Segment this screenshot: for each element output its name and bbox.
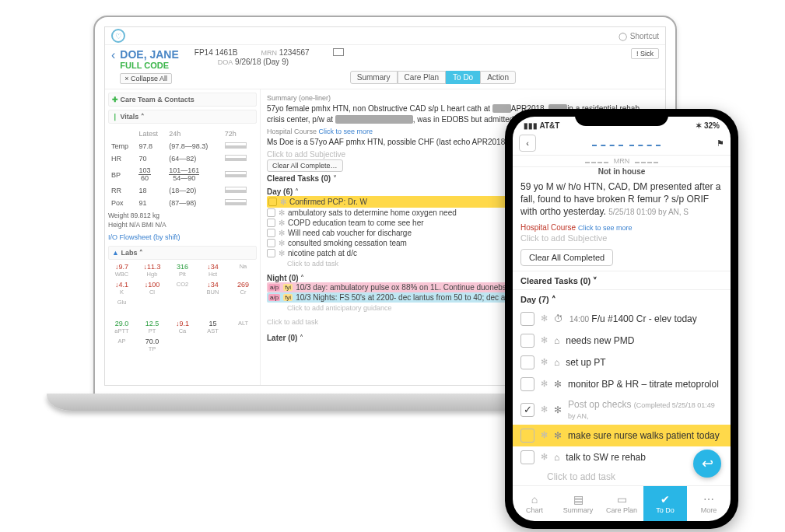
- task-checkbox[interactable]: [520, 312, 534, 326]
- clear-all-completed-button[interactable]: Clear All Completed: [520, 249, 613, 266]
- app-logo-icon: ♡: [111, 29, 125, 43]
- gear-icon[interactable]: ✻: [541, 404, 548, 415]
- tab-care-plan[interactable]: Care Plan: [398, 71, 446, 84]
- lab-value: Glu: [108, 299, 135, 306]
- clock-icon: ◯: [619, 32, 627, 40]
- lab-value: 12.5PT: [138, 320, 166, 334]
- summary-oneliner-label: Summary (one-liner): [267, 94, 659, 102]
- clear-all-completed-button[interactable]: Clear All Complete…: [267, 159, 343, 172]
- sick-button[interactable]: ! Sick: [631, 48, 659, 59]
- phone-frame: ▮▮▮ AT&T ✶ 32% ‹ ⚑ MRN Not in house 59 y…: [505, 109, 738, 529]
- tab-more[interactable]: ⋯More: [687, 486, 731, 521]
- fp-id: FP14 1461B: [194, 48, 238, 58]
- oneliner-timestamp: 5/25/18 01:09 by AN, S: [608, 208, 689, 216]
- not-in-house-badge: Not in house: [513, 167, 731, 176]
- shortcut-label[interactable]: ◯ Shortcut: [619, 32, 659, 40]
- vitals-icon: ❘: [112, 113, 118, 121]
- task-text: make sure nurse walks patient today: [568, 430, 723, 441]
- phone-subheader: MRN: [513, 156, 731, 167]
- labs-panel-2: 29.0aPTT12.5PT↓9.1Ca15ASTALTAP70.0TP: [108, 320, 257, 352]
- gear-icon[interactable]: ✻: [279, 208, 285, 217]
- people-icon: ✚: [112, 96, 118, 103]
- task-checkbox[interactable]: [267, 239, 275, 247]
- tab-chart[interactable]: ⌂Chart: [513, 486, 556, 521]
- col-latest: Latest: [137, 128, 166, 139]
- labs-section[interactable]: ▲ Labs ˄: [108, 246, 257, 260]
- gear-icon[interactable]: ✻: [279, 249, 285, 257]
- gear-icon[interactable]: ✻: [280, 198, 286, 206]
- gear-icon[interactable]: ✻: [279, 219, 285, 227]
- gear-icon[interactable]: ✻: [541, 430, 548, 440]
- vitals-section[interactable]: ❘ Vitals ˄: [108, 110, 257, 124]
- gear-icon[interactable]: ✻: [541, 335, 548, 345]
- task-checkbox[interactable]: [267, 249, 275, 257]
- chart-icon: ⌂: [531, 493, 538, 506]
- io-flowsheet-link[interactable]: I/O Flowsheet (by shift): [108, 233, 257, 241]
- sidebar: ✚ Care Team & Contacts ❘ Vitals ˄ Latest…: [105, 89, 261, 386]
- task-checkbox[interactable]: [520, 334, 534, 348]
- gear-icon: ✻: [554, 404, 562, 415]
- gear-icon[interactable]: ✻: [541, 452, 548, 462]
- tab-summary[interactable]: ▤Summary: [556, 486, 600, 521]
- task-checkbox[interactable]: [520, 403, 534, 417]
- collapse-all-button[interactable]: × Collapse All: [120, 73, 172, 84]
- lab-value: CO2: [169, 281, 196, 296]
- lab-value: ↓4.1K: [108, 281, 135, 296]
- task-checkbox[interactable]: [520, 377, 534, 391]
- home-icon: ⌂: [554, 335, 559, 346]
- more-icon: ⋯: [703, 493, 714, 506]
- task-checkbox[interactable]: [520, 355, 534, 369]
- task-text: nicotine patch at d/c: [288, 249, 357, 257]
- tab-to-do[interactable]: To Do: [446, 71, 480, 84]
- task-checkbox[interactable]: [267, 219, 275, 227]
- gear-icon[interactable]: ✻: [279, 239, 285, 247]
- gear-icon[interactable]: ✻: [541, 379, 548, 389]
- main-tabbar: Summary Care Plan To Do Action: [350, 71, 615, 84]
- task-row[interactable]: ✻✻Post op checks (Completed 5/25/18 01:4…: [513, 395, 731, 425]
- phone-oneliner: 59 yo M w/ h/o HTN, CAD, DM presented af…: [513, 176, 731, 223]
- fab-reply-button[interactable]: ↩: [693, 450, 721, 478]
- lab-value: ↓34Hct: [199, 263, 226, 278]
- task-row[interactable]: ✻✻monitor BP & HR – titrate metoprolol: [513, 373, 731, 395]
- task-row[interactable]: ✻⏱14:00 F/u #1400 Cr - elev today: [513, 308, 731, 330]
- phone-tabbar: ⌂Chart ▤Summary ▭Care Plan ✔To Do ⋯More: [513, 485, 731, 521]
- task-checkbox[interactable]: [520, 429, 534, 443]
- tab-action[interactable]: Action: [480, 71, 516, 84]
- tab-summary[interactable]: Summary: [350, 71, 398, 84]
- back-chevron-icon[interactable]: ‹: [111, 48, 115, 62]
- gear-icon[interactable]: ✻: [541, 357, 548, 367]
- gear-icon: ✻: [554, 379, 562, 390]
- lab-value: 269Cr: [230, 281, 257, 296]
- lab-value: ↓100Cl: [138, 281, 166, 296]
- task-checkbox[interactable]: [268, 198, 277, 206]
- gear-icon[interactable]: ✻: [279, 229, 285, 237]
- gear-icon[interactable]: ✻: [541, 313, 548, 324]
- task-text: 14:00 F/u #1400 Cr - elev today: [569, 313, 723, 324]
- task-checkbox[interactable]: [520, 450, 534, 464]
- weight-value: Weight 89.812 kg: [108, 212, 159, 219]
- flag-icon[interactable]: ⚑: [717, 138, 724, 149]
- task-checkbox[interactable]: [267, 229, 275, 237]
- tab-care-plan[interactable]: ▭Care Plan: [600, 486, 643, 521]
- click-see-more-link[interactable]: Click to see more: [578, 224, 633, 232]
- cleared-tasks-header[interactable]: Cleared Tasks (0) ˅: [513, 271, 731, 289]
- tab-to-do[interactable]: ✔To Do: [643, 486, 687, 521]
- back-button[interactable]: ‹: [519, 135, 536, 152]
- task-checkbox[interactable]: [267, 208, 275, 217]
- task-row[interactable]: ✻✻make sure nurse walks patient today: [513, 425, 731, 446]
- col-24h: 24h: [167, 128, 222, 139]
- carrier-label: ▮▮▮ AT&T: [524, 121, 559, 130]
- home-icon: ⌂: [554, 357, 559, 368]
- click-see-more-link[interactable]: Click to see more: [319, 128, 373, 135]
- careteam-section[interactable]: ✚ Care Team & Contacts: [108, 93, 257, 107]
- add-subjective-placeholder[interactable]: Click to add Subjective: [513, 232, 731, 244]
- lab-value: ↓9.1Ca: [169, 320, 196, 334]
- task-text: monitor BP & HR – titrate metoprolol: [568, 379, 723, 390]
- day-tasks-header[interactable]: Day (7) ˄: [513, 289, 731, 308]
- careplan-icon: ▭: [617, 493, 627, 506]
- task-row[interactable]: ✻⌂set up PT: [513, 352, 731, 373]
- col-72h: 72h: [223, 128, 255, 139]
- sparkline-icon: [225, 155, 247, 161]
- flag-icon[interactable]: [333, 48, 344, 56]
- task-row[interactable]: ✻⌂needs new PMD: [513, 330, 731, 352]
